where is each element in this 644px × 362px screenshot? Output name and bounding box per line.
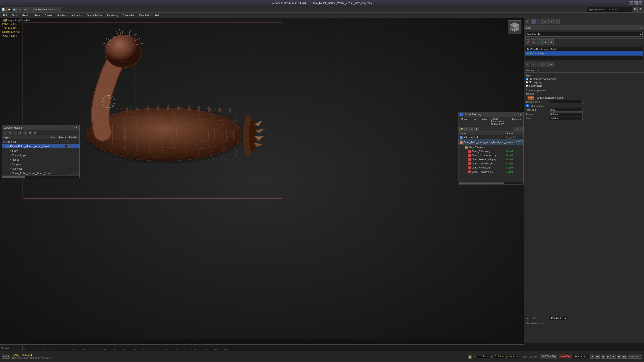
layer-freeze-icon[interactable]: — xyxy=(73,140,75,143)
prev-key-btn[interactable]: ◀◀ xyxy=(595,355,600,359)
layer-row-body[interactable]: ▸ Body — — — xyxy=(2,148,80,153)
modifier-editable-poly[interactable]: Editable Poly xyxy=(525,51,643,56)
undo-button[interactable]: ↩ xyxy=(17,7,22,12)
layer-row-ottoia[interactable]: Ottoia_Relict_Marine_Worm_Fossil — — — xyxy=(2,144,80,148)
display-icon[interactable]: ◈ xyxy=(548,19,554,24)
ottoia2-render[interactable]: — xyxy=(76,172,78,174)
asset-row-max-file[interactable]: Ottoia_Relict_Marine_Worm_Fossil_max_vra… xyxy=(458,139,524,145)
asset-btn-1[interactable]: 📂 xyxy=(459,127,464,131)
texture-chan-input[interactable] xyxy=(549,100,582,104)
status-icon-1[interactable]: ⊕ xyxy=(2,355,6,359)
layer-add-selected-btn[interactable]: ↳ xyxy=(13,131,18,135)
radio-2d-mapping[interactable]: 2D mapping (landscape) xyxy=(526,78,642,80)
prev-frame-btn[interactable]: ◀ xyxy=(601,355,605,359)
asset-btn-help[interactable]: ? xyxy=(513,127,518,131)
key-filters-btn[interactable]: Key Filters... xyxy=(628,355,642,359)
body-freeze[interactable]: — xyxy=(73,149,75,152)
layer-select-btn[interactable]: ◻ xyxy=(18,131,22,135)
status-icon-2[interactable]: ⊕ xyxy=(6,355,10,359)
border-sub-icon[interactable]: □ xyxy=(536,62,542,67)
tailhook-render[interactable]: — xyxy=(76,167,78,170)
filter-texmap-checkbox[interactable] xyxy=(526,104,529,107)
poly-sub-icon[interactable]: ◻ xyxy=(542,62,548,67)
asset-btn-4[interactable]: ▦ xyxy=(474,127,479,131)
layer-create-btn[interactable]: + xyxy=(3,131,8,135)
layer-checkbox[interactable] xyxy=(65,145,68,148)
asset-row-fresnel[interactable]: Ottoia_Fresnel_IOR.png Found xyxy=(458,158,524,162)
layer-render-val[interactable]: — xyxy=(76,145,78,148)
pin-stack-icon[interactable]: 📌 xyxy=(525,39,530,45)
asset-menu-server[interactable]: Server xyxy=(459,117,470,125)
go-end-btn[interactable]: ▶| xyxy=(622,355,627,359)
tailhook-freeze[interactable]: — xyxy=(73,167,75,170)
asset-minimize-btn[interactable]: — xyxy=(514,113,516,116)
amount-input[interactable] xyxy=(549,112,582,116)
vertex-sub-icon[interactable]: · xyxy=(525,62,530,67)
layer-refresh-btn[interactable]: ↻ xyxy=(33,131,37,135)
asset-menu-options[interactable]: Options xyxy=(510,117,522,125)
hooks-freeze[interactable]: — xyxy=(73,158,75,161)
layer-hide-val[interactable]: — xyxy=(70,145,72,148)
asset-btn-refresh[interactable]: ↻ xyxy=(518,127,522,131)
menu-create[interactable]: Create xyxy=(42,13,54,17)
help-button[interactable]: ? xyxy=(638,7,643,12)
asset-row-reflection[interactable]: Ottoia_Reflection.png Found xyxy=(458,170,524,174)
minimize-button[interactable]: — xyxy=(630,1,633,5)
viewport-3d[interactable]: [+] [Perspective] [Shaded] Top Front Lef… xyxy=(0,18,524,343)
layer-row-tailhook[interactable]: ▸ Tail_hook — — — xyxy=(2,166,80,171)
play-btn[interactable]: ▶ xyxy=(606,355,610,359)
layers-help-button[interactable]: ? xyxy=(73,126,75,129)
pimples-freeze[interactable]: — xyxy=(73,163,75,165)
menu-tools[interactable]: Tools xyxy=(10,13,20,17)
tailhook-hide[interactable]: — xyxy=(70,167,72,170)
object-color-swatch[interactable]: ■ xyxy=(641,27,642,29)
search-input[interactable] xyxy=(589,8,631,11)
search-button[interactable]: 🔍 xyxy=(633,7,638,12)
go-start-btn[interactable]: |◀ xyxy=(590,355,594,359)
asset-restore-btn[interactable]: □ xyxy=(517,113,519,116)
asset-row-normal[interactable]: Ottoia_Normal.png Found xyxy=(458,166,524,170)
hooks-hide[interactable]: — xyxy=(70,158,72,161)
vector-disp-select[interactable]: Disabled xyxy=(549,316,567,320)
menu-edit[interactable]: Edit xyxy=(1,13,10,17)
shift-input[interactable] xyxy=(549,117,582,120)
asset-menu-bitmap[interactable]: Bitmap Performance and Memory xyxy=(489,117,510,125)
asset-row-vault[interactable]: Autodesk Vault Logged C... xyxy=(458,135,524,139)
layer-row-ottoia2[interactable]: ▸ Ottoia_Relict_Marine_Worm_Fossil — — — xyxy=(2,171,80,175)
menu-group[interactable]: Group xyxy=(20,13,32,17)
body-hide[interactable]: — xyxy=(70,149,72,152)
asset-menu-paths[interactable]: Paths xyxy=(479,117,489,125)
asset-row-displacement[interactable]: Ottoia_displacement.png Found xyxy=(458,154,524,158)
coronal-hide[interactable]: — xyxy=(70,154,72,156)
layer-row-hooks[interactable]: ▸ Hooks — — — xyxy=(2,157,80,162)
coronal-freeze[interactable]: — xyxy=(73,154,75,156)
navigation-cube[interactable]: Top Front Left xyxy=(508,20,522,34)
body-render[interactable]: — xyxy=(76,149,78,152)
menu-customize[interactable]: Customize xyxy=(120,13,137,17)
layers-close-button[interactable]: ✕ xyxy=(76,126,78,129)
edge-sub-icon[interactable]: / xyxy=(531,62,536,67)
menu-animation[interactable]: Animation xyxy=(69,13,85,17)
element-sub-icon[interactable]: ◈ xyxy=(548,62,554,67)
menu-modifiers[interactable]: Modifiers xyxy=(54,13,69,17)
auto-key-button[interactable]: Auto Key xyxy=(559,355,572,359)
asset-close-btn[interactable]: ✕ xyxy=(520,113,522,116)
configure-icon[interactable]: ⚙ xyxy=(542,39,548,45)
layer-render-icon[interactable]: — xyxy=(76,140,78,143)
x-value[interactable]: 1.274cm xyxy=(477,355,490,359)
layer-freeze-val[interactable]: — xyxy=(73,145,75,148)
timeline-track[interactable]: 0 25 50 75 100 125 150 175 200 225 250 2… xyxy=(22,345,524,351)
hierarchy-icon[interactable]: ⛶ xyxy=(536,19,542,24)
layer-props-btn[interactable]: ⚙ xyxy=(28,131,32,135)
keyframe-area[interactable] xyxy=(0,340,524,345)
y-value[interactable]: 0.74cm xyxy=(494,355,505,359)
pimples-hide[interactable]: — xyxy=(70,163,72,165)
menu-maxscript[interactable]: MAXScript xyxy=(137,13,153,17)
filter-blur-input[interactable] xyxy=(549,108,582,112)
modifier-list-dropdown[interactable]: Modifier List xyxy=(525,32,643,36)
asset-btn-2[interactable]: ☰ xyxy=(464,127,469,131)
redo-button[interactable]: ↪ xyxy=(22,7,28,12)
create-icon[interactable]: ⊕ xyxy=(525,19,530,24)
render-settings-button[interactable]: ◻ xyxy=(28,7,33,12)
layer-hscroll-thumb[interactable] xyxy=(2,176,24,178)
